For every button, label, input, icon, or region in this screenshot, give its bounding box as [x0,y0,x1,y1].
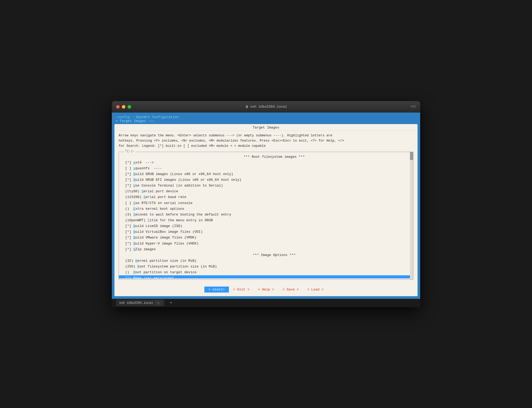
help-line-2: hotkeys. Pressing <Y> includes, <N> excl… [119,138,413,143]
menu-section-root-fs: *** Root filesystem images *** [119,154,413,160]
menu-item-kernel-partition[interactable]: (32) Kernel partition size (in MiB) [119,258,413,264]
help-text: Arrow keys navigate the menu. <Enter> se… [114,131,418,152]
breadcrumb-config: .config [115,115,130,119]
terminal-content: Target Images Arrow keys navigate the me… [114,124,418,296]
menu-item-baud-rate[interactable]: (115200) Serial port baud rate [119,194,413,200]
menu-item-hyperv[interactable]: [*] Build Hyper-V image files (VHDX) [119,241,413,247]
menu-item-kernel-boot[interactable]: () Extra kernel boot options [119,206,413,212]
scrollbar-track[interactable] [410,152,413,279]
main-area: .config – OpenWrt Configuration > Target… [112,113,420,299]
terminal-window: 🖥 ssh iUbu2204.local ⌥⌘2 .config – OpenW… [112,101,420,307]
menu-scroll[interactable]: *** Root filesystem images *** [*] ext4 … [119,153,413,278]
menu-item-livecd[interactable]: [*] Build LiveCD image (ISO) [119,223,413,229]
menu-item-build-grub-efi[interactable]: [*] Build GRUB EFI images (Linux x86 or … [119,177,413,183]
menu-border: ^(-)- *** Root filesystem images *** [*]… [119,152,413,280]
menu-item-ttyS0[interactable]: (ttyS0) Serial port device [119,189,413,194]
menu-item-gzip[interactable]: [*] GZip images [119,247,413,252]
terminal-header: Target Images [114,124,418,131]
save-button[interactable]: < Save > [278,287,303,293]
status-tab-shortcut: ⌘1 [155,301,161,305]
menu-item-rte-cts[interactable]: [ ] Use RTE/CTS on serial console [119,200,413,206]
exit-button[interactable]: < Exit > [229,287,253,293]
traffic-lights [116,105,131,109]
menu-border-label: ^(-)- [124,149,136,153]
minimize-button[interactable] [122,105,125,109]
menu-item-squashfs[interactable]: [ ] squashfs ---- [119,166,413,171]
status-bar: ssh iUbu2204.local ⌘1 + [112,299,420,307]
scrollbar-thumb[interactable] [410,152,413,160]
title-text: ssh iUbu2204.local [250,105,287,109]
tab-add-button[interactable]: + [170,300,172,306]
maximize-button[interactable] [128,105,131,109]
close-button[interactable] [116,105,120,109]
ssh-icon: 🖥 [245,105,249,109]
help-button[interactable]: < Help > [254,287,278,293]
status-tab[interactable]: ssh iUbu2204.local ⌘1 [116,300,164,306]
window-shortcut: ⌥⌘2 [410,105,416,109]
help-line-3: for Search. Legend: [*] built-in [ ] exc… [119,143,413,149]
button-bar: < elect> < Exit > < Help > < Save > < Lo… [114,284,418,296]
menu-section-image-options: *** Image Options *** [119,252,413,258]
breadcrumb: .config – OpenWrt Configuration > Target… [114,115,418,124]
menu-item-ext4[interactable]: [*] ext4 ---> [119,160,413,166]
menu-item-vmware[interactable]: [*] Build VMware image files (VMDK) [119,235,413,241]
menu-item-root-partition-device[interactable]: () Root partition on target device [119,270,413,275]
menu-item-var-persistent[interactable]: [*] Make /var persistent [119,275,413,278]
breadcrumb-separator: – [130,115,136,119]
help-line-1: Arrow keys navigate the menu. <Enter> se… [119,133,413,138]
status-tab-label: ssh iUbu2204.local [119,301,153,305]
menu-item-grub-title[interactable]: (iOpenWRT) Title for the menu entry in G… [119,218,413,223]
load-button[interactable]: < Load > [303,287,328,293]
window-title: 🖥 ssh iUbu2204.local [245,105,287,109]
menu-item-build-grub[interactable]: [*] Build GRUB images (Linux x86 or x86_… [119,171,413,177]
breadcrumb-current: > Target Images ——— [115,119,154,123]
menu-item-root-partition-size[interactable]: (256) Root filesystem partition size (in… [119,264,413,270]
menu-area: ^(-)- *** Root filesystem images *** [*]… [114,152,418,284]
menu-item-console-terminal[interactable]: [*] Use Console Terminal (in addition to… [119,183,413,189]
breadcrumb-section: OpenWrt Configuration [136,115,179,119]
select-button[interactable]: < elect> [204,287,229,293]
menu-item-virtualbox[interactable]: [*] Build VirtualBox image files (VDI) [119,229,413,235]
title-bar: 🖥 ssh iUbu2204.local ⌥⌘2 [112,101,420,113]
menu-item-seconds[interactable]: (3) Seconds to wait before booting the d… [119,212,413,218]
